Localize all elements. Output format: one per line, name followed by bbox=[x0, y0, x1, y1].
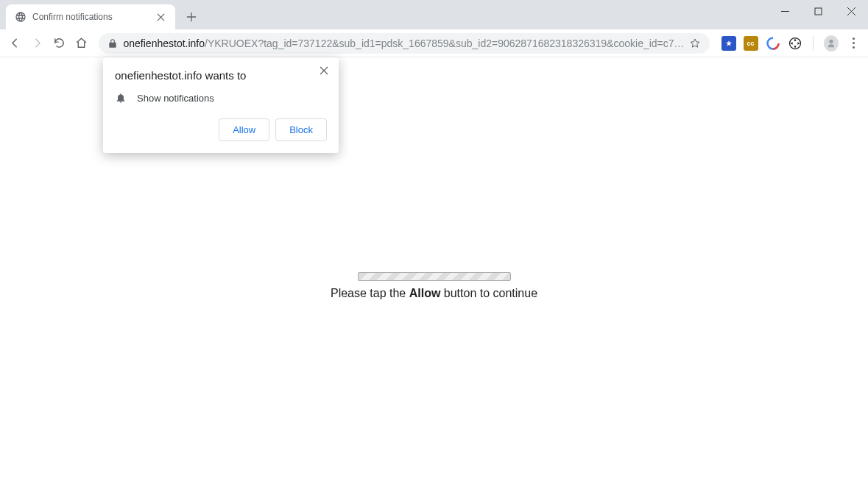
home-button[interactable] bbox=[72, 33, 91, 54]
page-text-bold: Allow bbox=[409, 287, 441, 299]
tab-title: Confirm notifications bbox=[32, 12, 155, 22]
globe-icon bbox=[15, 11, 27, 23]
url-domain: onefienhestot.info bbox=[124, 38, 205, 49]
block-button[interactable]: Block bbox=[275, 118, 327, 141]
tab-close-button[interactable] bbox=[155, 11, 166, 23]
svg-rect-1 bbox=[815, 8, 822, 15]
bookmark-star-icon[interactable] bbox=[689, 38, 701, 49]
fake-progress-bar bbox=[358, 272, 511, 281]
window-controls bbox=[769, 0, 868, 22]
bell-icon bbox=[115, 92, 127, 104]
popup-actions: Allow Block bbox=[115, 118, 327, 141]
titlebar: Confirm notifications bbox=[0, 0, 868, 29]
lock-icon bbox=[107, 38, 118, 49]
back-button[interactable] bbox=[6, 33, 25, 54]
close-window-button[interactable] bbox=[835, 0, 868, 22]
toolbar-divider bbox=[813, 36, 814, 51]
browser-menu-button[interactable] bbox=[846, 33, 862, 53]
popup-title: onefienhestot.info wants to bbox=[115, 69, 327, 82]
url-text: onefienhestot.info/YKRUOEX?tag_id=737122… bbox=[124, 38, 685, 49]
profile-avatar[interactable] bbox=[824, 35, 839, 51]
toolbar: onefienhestot.info/YKRUOEX?tag_id=737122… bbox=[0, 29, 868, 57]
permission-row: Show notifications bbox=[115, 92, 327, 104]
extension-icon-1[interactable]: ★ bbox=[721, 36, 736, 51]
address-bar[interactable]: onefienhestot.info/YKRUOEX?tag_id=737122… bbox=[99, 33, 710, 54]
forward-button[interactable] bbox=[28, 33, 47, 54]
maximize-button[interactable] bbox=[802, 0, 835, 22]
url-path: /YKRUOEX?tag_id=737122&sub_id1=pdsk_1667… bbox=[205, 38, 685, 49]
permission-request-text: Show notifications bbox=[137, 93, 214, 104]
extension-icon-2[interactable]: cc bbox=[744, 36, 758, 51]
extension-icon-3[interactable] bbox=[766, 36, 780, 51]
popup-close-button[interactable] bbox=[317, 63, 331, 78]
page-message: Please tap the Allow button to continue bbox=[331, 287, 537, 300]
extension-icon-4[interactable] bbox=[788, 36, 802, 51]
reload-button[interactable] bbox=[50, 33, 69, 54]
new-tab-button[interactable] bbox=[181, 7, 202, 27]
allow-button[interactable]: Allow bbox=[219, 118, 269, 141]
minimize-button[interactable] bbox=[769, 0, 802, 22]
notification-permission-popup: onefienhestot.info wants to Show notific… bbox=[103, 57, 339, 153]
page-text-after: button to continue bbox=[440, 287, 537, 299]
browser-tab[interactable]: Confirm notifications bbox=[6, 4, 175, 29]
page-text-before: Please tap the bbox=[331, 287, 409, 299]
extensions-area: ★ cc bbox=[717, 36, 807, 51]
page-content: Please tap the Allow button to continue bbox=[0, 272, 868, 300]
